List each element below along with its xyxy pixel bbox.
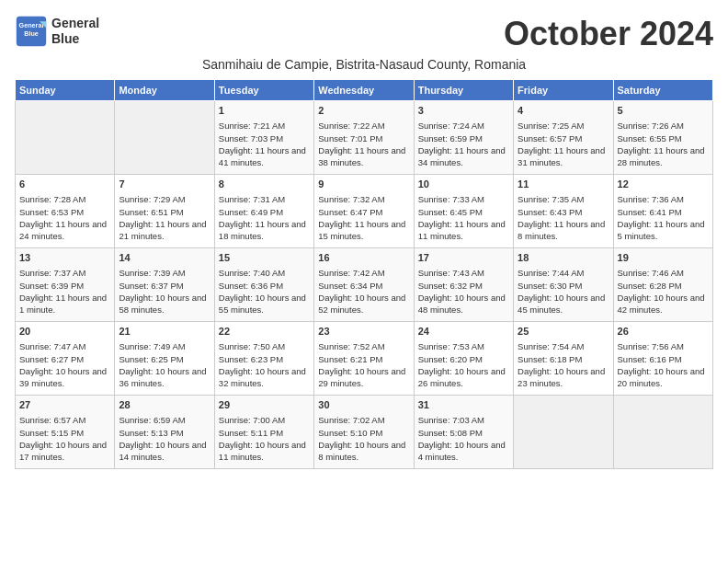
day-info: Sunrise: 7:50 AM — [219, 340, 310, 352]
day-info: Sunset: 6:43 PM — [518, 206, 609, 218]
day-info: Sunset: 6:59 PM — [418, 132, 509, 144]
calendar-cell: 18Sunrise: 7:44 AMSunset: 6:30 PMDayligh… — [514, 248, 613, 322]
day-info: Daylight: 10 hours and 26 minutes. — [418, 365, 509, 390]
day-info: Sunrise: 7:54 AM — [518, 340, 609, 352]
calendar-table: SundayMondayTuesdayWednesdayThursdayFrid… — [15, 79, 713, 469]
day-info: Daylight: 10 hours and 45 minutes. — [518, 292, 609, 316]
day-info: Daylight: 11 hours and 38 minutes. — [318, 144, 409, 169]
day-info: Sunrise: 7:31 AM — [219, 193, 310, 205]
logo: General Blue General Blue — [15, 15, 99, 48]
calendar-cell — [16, 101, 115, 175]
calendar-cell — [514, 396, 613, 469]
day-number: 24 — [418, 325, 509, 339]
day-info: Sunset: 6:23 PM — [219, 353, 310, 365]
day-number: 30 — [318, 398, 409, 412]
day-info: Daylight: 10 hours and 8 minutes. — [318, 439, 409, 464]
calendar-cell: 15Sunrise: 7:40 AMSunset: 6:36 PMDayligh… — [214, 248, 313, 322]
day-info: Sunset: 6:30 PM — [518, 280, 609, 292]
day-info: Sunset: 6:36 PM — [219, 280, 310, 292]
calendar-cell: 22Sunrise: 7:50 AMSunset: 6:23 PMDayligh… — [214, 322, 313, 396]
svg-text:Blue: Blue — [24, 29, 39, 38]
day-info: Sunset: 5:15 PM — [19, 427, 110, 439]
day-number: 26 — [618, 325, 709, 339]
page-header: General Blue General Blue October 2024 — [15, 15, 713, 53]
day-info: Daylight: 11 hours and 34 minutes. — [418, 144, 509, 169]
day-number: 18 — [518, 251, 609, 265]
day-info: Sunrise: 7:47 AM — [19, 340, 110, 352]
day-info: Sunrise: 7:26 AM — [618, 120, 709, 132]
day-info: Sunset: 6:41 PM — [618, 206, 709, 218]
day-number: 9 — [318, 178, 409, 191]
day-info: Daylight: 11 hours and 5 minutes. — [618, 218, 709, 243]
day-info: Sunrise: 7:35 AM — [518, 193, 609, 205]
day-number: 15 — [219, 251, 310, 265]
day-info: Sunrise: 6:57 AM — [19, 414, 110, 426]
day-info: Sunset: 6:55 PM — [618, 132, 709, 144]
calendar-cell: 19Sunrise: 7:46 AMSunset: 6:28 PMDayligh… — [613, 248, 712, 322]
day-info: Sunset: 6:25 PM — [119, 353, 210, 365]
day-number: 21 — [119, 325, 210, 339]
calendar-week-row: 20Sunrise: 7:47 AMSunset: 6:27 PMDayligh… — [16, 322, 713, 396]
header-cell-friday: Friday — [514, 80, 613, 101]
day-info: Daylight: 11 hours and 41 minutes. — [219, 144, 310, 169]
day-info: Sunrise: 7:39 AM — [119, 267, 210, 279]
calendar-cell: 7Sunrise: 7:29 AMSunset: 6:51 PMDaylight… — [115, 175, 214, 248]
day-info: Daylight: 11 hours and 18 minutes. — [219, 218, 310, 243]
day-info: Daylight: 10 hours and 17 minutes. — [19, 439, 110, 464]
calendar-cell: 4Sunrise: 7:25 AMSunset: 6:57 PMDaylight… — [514, 101, 613, 175]
logo-text: General Blue — [51, 16, 99, 47]
day-info: Daylight: 10 hours and 36 minutes. — [119, 365, 210, 390]
day-info: Daylight: 10 hours and 4 minutes. — [418, 439, 509, 464]
day-info: Sunset: 6:27 PM — [19, 353, 110, 365]
header-cell-tuesday: Tuesday — [214, 80, 313, 101]
day-number: 28 — [119, 398, 210, 412]
day-number: 3 — [418, 104, 509, 118]
calendar-header-row: SundayMondayTuesdayWednesdayThursdayFrid… — [16, 80, 713, 101]
day-number: 10 — [418, 178, 509, 191]
calendar-cell: 10Sunrise: 7:33 AMSunset: 6:45 PMDayligh… — [414, 175, 513, 248]
day-info: Sunrise: 7:22 AM — [318, 120, 409, 132]
day-info: Sunrise: 7:40 AM — [219, 267, 310, 279]
calendar-week-row: 27Sunrise: 6:57 AMSunset: 5:15 PMDayligh… — [16, 396, 713, 469]
month-title: October 2024 — [504, 15, 713, 53]
calendar-cell: 20Sunrise: 7:47 AMSunset: 6:27 PMDayligh… — [16, 322, 115, 396]
day-info: Daylight: 10 hours and 42 minutes. — [618, 292, 709, 316]
day-info: Sunset: 6:28 PM — [618, 280, 709, 292]
calendar-cell: 17Sunrise: 7:43 AMSunset: 6:32 PMDayligh… — [414, 248, 513, 322]
day-info: Sunset: 6:39 PM — [19, 280, 110, 292]
day-info: Sunrise: 7:00 AM — [219, 414, 310, 426]
day-info: Sunrise: 7:29 AM — [119, 193, 210, 205]
calendar-cell: 8Sunrise: 7:31 AMSunset: 6:49 PMDaylight… — [214, 175, 313, 248]
day-number: 1 — [219, 104, 310, 118]
calendar-week-row: 6Sunrise: 7:28 AMSunset: 6:53 PMDaylight… — [16, 175, 713, 248]
day-info: Sunrise: 7:56 AM — [618, 340, 709, 352]
day-info: Sunset: 5:13 PM — [119, 427, 210, 439]
calendar-cell: 31Sunrise: 7:03 AMSunset: 5:08 PMDayligh… — [414, 396, 513, 469]
day-info: Sunset: 6:37 PM — [119, 280, 210, 292]
day-info: Sunrise: 7:36 AM — [618, 193, 709, 205]
day-number: 17 — [418, 251, 509, 265]
calendar-cell — [115, 101, 214, 175]
day-info: Sunset: 6:21 PM — [318, 353, 409, 365]
day-number: 7 — [119, 178, 210, 191]
day-info: Daylight: 10 hours and 11 minutes. — [219, 439, 310, 464]
day-info: Sunset: 5:11 PM — [219, 427, 310, 439]
day-info: Daylight: 10 hours and 52 minutes. — [318, 292, 409, 316]
day-info: Sunrise: 7:25 AM — [518, 120, 609, 132]
day-info: Daylight: 10 hours and 55 minutes. — [219, 292, 310, 316]
page-subtitle: Sanmihaiu de Campie, Bistrita-Nasaud Cou… — [15, 57, 713, 72]
calendar-cell: 25Sunrise: 7:54 AMSunset: 6:18 PMDayligh… — [514, 322, 613, 396]
day-info: Daylight: 10 hours and 29 minutes. — [318, 365, 409, 390]
day-info: Sunset: 7:03 PM — [219, 132, 310, 144]
calendar-cell: 14Sunrise: 7:39 AMSunset: 6:37 PMDayligh… — [115, 248, 214, 322]
day-info: Sunset: 6:47 PM — [318, 206, 409, 218]
calendar-cell: 6Sunrise: 7:28 AMSunset: 6:53 PMDaylight… — [16, 175, 115, 248]
day-info: Sunrise: 7:28 AM — [19, 193, 110, 205]
day-info: Sunrise: 7:42 AM — [318, 267, 409, 279]
day-number: 13 — [19, 251, 110, 265]
calendar-cell: 30Sunrise: 7:02 AMSunset: 5:10 PMDayligh… — [314, 396, 414, 469]
calendar-cell: 11Sunrise: 7:35 AMSunset: 6:43 PMDayligh… — [514, 175, 613, 248]
header-cell-monday: Monday — [115, 80, 214, 101]
calendar-cell: 2Sunrise: 7:22 AMSunset: 7:01 PMDaylight… — [314, 101, 414, 175]
calendar-cell: 21Sunrise: 7:49 AMSunset: 6:25 PMDayligh… — [115, 322, 214, 396]
